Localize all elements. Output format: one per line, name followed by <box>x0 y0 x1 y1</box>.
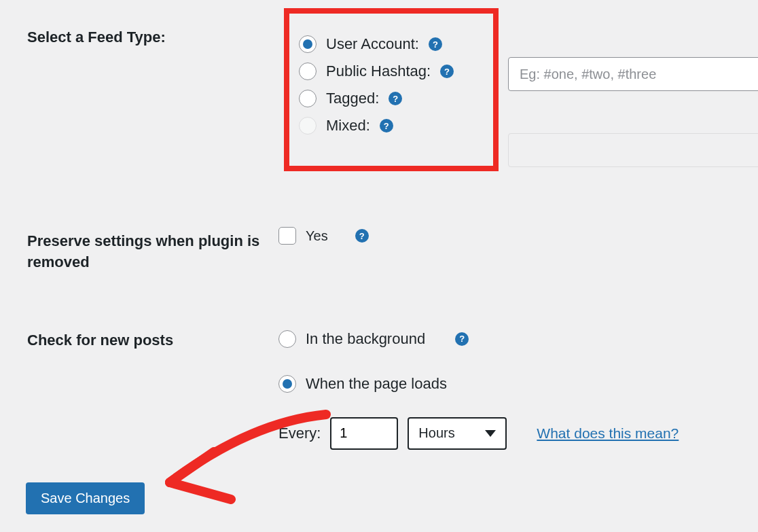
radio-label: Public Hashtag: <box>326 63 431 80</box>
preserve-row: Preserve settings when plugin is removed… <box>0 204 758 287</box>
frequency-controls: Every: Hours What does this mean? <box>278 417 679 450</box>
radio-label: User Account: <box>326 35 419 53</box>
help-icon[interactable]: ? <box>355 229 369 243</box>
preserve-checkbox-label: Yes <box>306 228 328 244</box>
mixed-input[interactable] <box>508 133 758 167</box>
feed-type-option-tagged[interactable]: Tagged: ? <box>299 90 454 107</box>
every-label: Every: <box>278 425 321 442</box>
check-option-background[interactable]: In the background ? <box>278 330 469 348</box>
preserve-value: Yes ? <box>278 217 758 245</box>
preserve-label: Preserve settings when plugin is removed <box>27 217 278 273</box>
help-icon[interactable]: ? <box>440 65 454 78</box>
what-does-this-mean-link[interactable]: What does this mean? <box>537 425 679 442</box>
radio-input[interactable] <box>278 330 296 348</box>
radio-label: Mixed: <box>326 117 370 135</box>
check-option-page-loads[interactable]: When the page loads <box>278 375 447 393</box>
check-posts-label: Check for new posts <box>27 317 278 351</box>
help-icon[interactable]: ? <box>380 119 393 132</box>
radio-label: When the page loads <box>306 375 447 393</box>
every-unit-selected: Hours <box>418 425 454 441</box>
help-icon[interactable]: ? <box>389 92 402 105</box>
radio-input[interactable] <box>299 90 317 107</box>
radio-input[interactable] <box>299 117 317 135</box>
chevron-down-icon <box>485 430 496 437</box>
save-changes-button[interactable]: Save Changes <box>26 482 145 514</box>
hashtag-input[interactable] <box>508 57 758 91</box>
radio-label: In the background <box>306 330 425 348</box>
feed-type-option-mixed[interactable]: Mixed: ? <box>299 117 454 135</box>
help-icon[interactable]: ? <box>455 332 469 346</box>
radio-input[interactable] <box>278 375 296 393</box>
help-icon[interactable]: ? <box>429 37 442 51</box>
every-value-input[interactable] <box>330 417 398 450</box>
every-unit-select[interactable]: Hours <box>408 417 507 450</box>
check-posts-row: Check for new posts In the background ? … <box>0 303 758 463</box>
feed-type-option-public-hashtag[interactable]: Public Hashtag: ? <box>299 63 454 80</box>
radio-input[interactable] <box>299 35 317 53</box>
radio-label: Tagged: <box>326 90 379 107</box>
feed-type-label: Select a Feed Type: <box>27 14 278 48</box>
preserve-checkbox[interactable] <box>278 227 296 245</box>
radio-input[interactable] <box>299 63 317 80</box>
check-posts-options: In the background ? When the page loads … <box>278 317 758 450</box>
feed-type-option-user-account[interactable]: User Account: ? <box>299 35 454 53</box>
feed-type-radio-group: User Account: ? Public Hashtag: ? Tagged… <box>278 14 474 156</box>
